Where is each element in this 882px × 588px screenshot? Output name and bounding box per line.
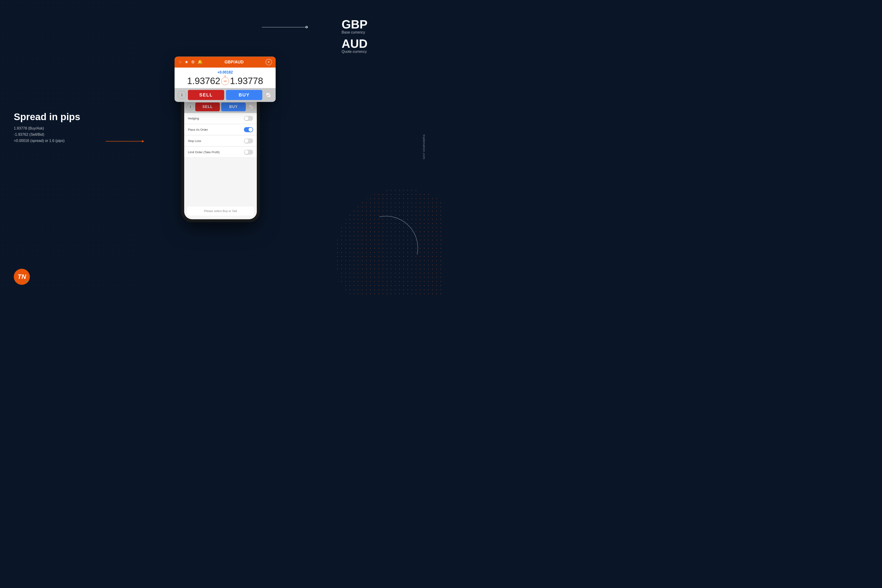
place-order-toggle[interactable] (244, 127, 253, 132)
logo-n: N (21, 273, 26, 280)
stop-loss-toggle[interactable] (244, 138, 253, 143)
base-currency-label: Base currency (342, 30, 368, 34)
tn-logo: T N ✓ (14, 269, 30, 285)
popup-bid-price: 1.93762 (187, 76, 220, 86)
popup-star-filled-icon[interactable]: ★ (184, 60, 188, 64)
base-currency: GBP (342, 18, 368, 30)
select-prompt: Please select Buy or Sell (187, 207, 254, 216)
quote-currency: AUD (342, 38, 368, 50)
sell-button[interactable]: SELL (195, 102, 220, 111)
phone-wrapper: ☆ ★ ⚙ 🔔 GBP/AUD ✕ +0.00182 1.93762 1.6 1… (182, 66, 260, 222)
limit-order-label: Limit Order (Take Profit) (188, 150, 220, 154)
popup-header: ☆ ★ ⚙ 🔔 GBP/AUD ✕ (175, 57, 276, 68)
popup-trade-buttons: ℹ SELL BUY 📈 (175, 88, 276, 102)
info-button[interactable]: ℹ (186, 103, 194, 111)
popup-price-change: +0.00182 (179, 70, 271, 74)
popup-settings-icon[interactable]: ⚙ (191, 60, 195, 64)
home-indicator (209, 217, 232, 218)
options-section: Hedging Place As Order Stop Loss Limit O… (184, 113, 257, 164)
option-row-hedging: Hedging (184, 113, 257, 124)
popup-spread-badge: 1.6 (221, 77, 229, 85)
hedging-toggle[interactable] (244, 116, 253, 121)
phone-device: ☆ ★ ⚙ 🔔 GBP/AUD ✕ +0.00182 1.93762 1.6 1… (182, 66, 260, 222)
popup-header-icons: ☆ ★ ⚙ 🔔 (178, 60, 202, 64)
annotation-line (262, 27, 308, 27)
website-text: tradenation.com (422, 135, 426, 159)
popup-price-section: +0.00182 1.93762 1.6 1.93778 (175, 68, 276, 88)
popup-info-button[interactable]: ℹ (178, 91, 186, 99)
spread-detail-line1: 1.93778 (Buy/Ask) -1.93762 (Sell/Bid) =0… (14, 125, 80, 144)
limit-order-toggle[interactable] (244, 150, 253, 154)
chart-button[interactable]: 📈 (247, 103, 255, 111)
buy-button[interactable]: BUY (221, 102, 246, 111)
popup-price-row: 1.93762 1.6 1.93778 (179, 76, 271, 86)
popup-star-empty-icon[interactable]: ☆ (178, 60, 182, 64)
option-row-place-order: Place As Order (184, 124, 257, 135)
popup-title: GBP/AUD (224, 60, 243, 64)
spread-arrow (106, 141, 142, 141)
spread-title: Spread in pips (14, 112, 80, 122)
bg-dots-left (0, 0, 138, 294)
popup-sell-button[interactable]: SELL (188, 90, 224, 100)
bottom-section: Please select Buy or Sell (184, 164, 257, 219)
stop-loss-label: Stop Loss (188, 139, 201, 142)
place-order-label: Place As Order (188, 128, 208, 131)
popup-chart-button[interactable]: 📈 (264, 91, 272, 99)
currency-annotation: GBP Base currency AUD Quote currency (342, 18, 368, 57)
popup-close-button[interactable]: ✕ (266, 59, 272, 65)
option-row-stop-loss: Stop Loss (184, 135, 257, 146)
popup-buy-button[interactable]: BUY (226, 90, 262, 100)
hedging-label: Hedging (188, 117, 199, 120)
popup-bell-icon[interactable]: 🔔 (198, 60, 202, 64)
logo-t: T (18, 273, 21, 280)
popup-card: ☆ ★ ⚙ 🔔 GBP/AUD ✕ +0.00182 1.93762 1.6 1… (175, 57, 276, 102)
option-row-limit-order: Limit Order (Take Profit) (184, 147, 257, 158)
quote-currency-label: Quote currency (342, 50, 368, 54)
annotation-dot (306, 26, 308, 28)
popup-ask-price: 1.93778 (230, 76, 263, 86)
tn-logo-text: T N (18, 273, 26, 280)
logo-checkmark: ✓ (26, 280, 28, 283)
trade-buttons: ℹ SELL BUY 📈 (184, 100, 257, 113)
spread-annotation: Spread in pips 1.93778 (Buy/Ask) -1.9376… (14, 112, 80, 144)
